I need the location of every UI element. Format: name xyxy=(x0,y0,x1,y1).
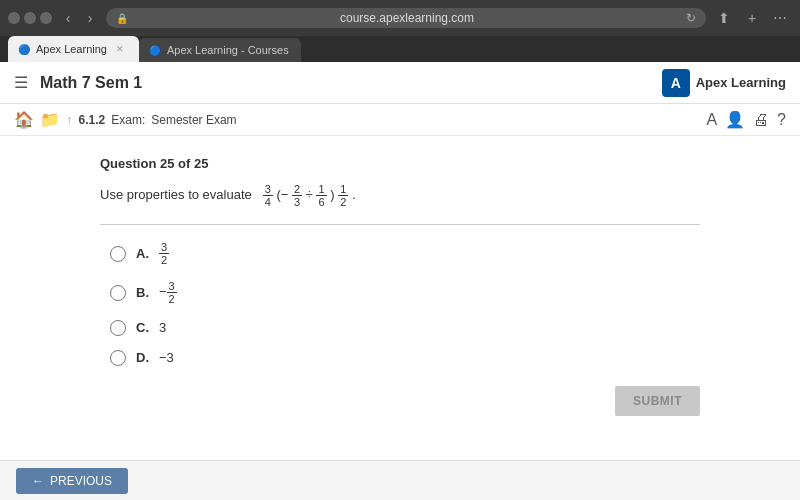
page-title: Math 7 Sem 1 xyxy=(40,74,662,92)
submit-button[interactable]: SUBMIT xyxy=(615,386,700,416)
print-button[interactable]: 🖨 xyxy=(753,110,769,129)
breadcrumb-nav-icons: 🏠 📁 xyxy=(14,110,60,129)
lock-icon: 🔒 xyxy=(116,13,128,24)
tab2-label: Apex Learning - Courses xyxy=(167,44,289,56)
browser-nav: ‹ › xyxy=(58,8,100,28)
reload-icon[interactable]: ↻ xyxy=(686,11,696,25)
browser-toolbar: ‹ › 🔒 course.apexlearning.com ↻ ⬆ + ⋯ xyxy=(0,0,800,36)
forward-button[interactable]: › xyxy=(80,8,100,28)
question-divider xyxy=(100,224,700,225)
minimize-btn[interactable] xyxy=(8,12,20,24)
back-button[interactable]: ‹ xyxy=(58,8,78,28)
option-c-label: C. xyxy=(136,320,149,335)
apex-logo-text: Apex Learning xyxy=(696,75,786,90)
option-c-value: 3 xyxy=(159,320,166,335)
breadcrumb-arrow-icon: ↑ xyxy=(66,112,73,127)
tab-apex-learning[interactable]: 🔵 Apex Learning ✕ xyxy=(8,36,139,62)
tab1-favicon: 🔵 xyxy=(18,44,30,55)
share-button[interactable]: ⬆ xyxy=(712,6,736,30)
apex-learning-logo: A Apex Learning xyxy=(662,69,786,97)
option-d-label: D. xyxy=(136,350,149,365)
question-instruction: Use properties to evaluate xyxy=(100,187,252,202)
option-a[interactable]: A. 3 2 xyxy=(110,241,700,266)
accessibility-button[interactable]: 👤 xyxy=(725,110,745,129)
new-tab-button[interactable]: + xyxy=(740,6,764,30)
page-topbar: ☰ Math 7 Sem 1 A Apex Learning xyxy=(0,62,800,104)
help-button[interactable]: ? xyxy=(777,110,786,129)
home-icon[interactable]: 🏠 xyxy=(14,110,34,129)
tab1-close[interactable]: ✕ xyxy=(113,42,127,56)
translate-button[interactable]: A xyxy=(706,110,717,129)
prev-arrow-icon: ← xyxy=(32,474,44,488)
options-list: A. 3 2 B. − 3 2 C. 3 xyxy=(110,241,700,365)
submit-area: SUBMIT xyxy=(100,386,700,416)
breadcrumb-exam-title: Semester Exam xyxy=(151,113,236,127)
tab2-favicon: 🔵 xyxy=(149,45,161,56)
browser-chrome: ‹ › 🔒 course.apexlearning.com ↻ ⬆ + ⋯ 🔵 … xyxy=(0,0,800,62)
browser-action-buttons: ⬆ + ⋯ xyxy=(712,6,792,30)
option-d-radio[interactable] xyxy=(110,350,126,366)
option-b-value: − 3 2 xyxy=(159,280,177,305)
math-expression: 3 4 (− 2 3 ÷ 1 6 ) 1 2 xyxy=(263,187,352,202)
tab1-label: Apex Learning xyxy=(36,43,107,55)
option-b[interactable]: B. − 3 2 xyxy=(110,280,700,305)
hamburger-menu-icon[interactable]: ☰ xyxy=(14,73,28,92)
browser-window-controls xyxy=(8,12,52,24)
tab-apex-courses[interactable]: 🔵 Apex Learning - Courses xyxy=(139,38,301,62)
option-b-radio[interactable] xyxy=(110,285,126,301)
previous-button[interactable]: ← PREVIOUS xyxy=(16,468,128,494)
prev-button-label: PREVIOUS xyxy=(50,474,112,488)
more-options-button[interactable]: ⋯ xyxy=(768,6,792,30)
main-content: Question 25 of 25 Use properties to eval… xyxy=(0,136,800,436)
question-header: Question 25 of 25 xyxy=(100,156,700,171)
tabs-bar: 🔵 Apex Learning ✕ 🔵 Apex Learning - Cour… xyxy=(0,36,800,62)
option-a-radio[interactable] xyxy=(110,246,126,262)
address-text: course.apexlearning.com xyxy=(134,11,680,25)
close-btn[interactable] xyxy=(40,12,52,24)
apex-logo-icon: A xyxy=(662,69,690,97)
breadcrumb-label: Exam: xyxy=(111,113,145,127)
question-text: Use properties to evaluate 3 4 (− 2 3 ÷ … xyxy=(100,183,700,208)
option-b-label: B. xyxy=(136,285,149,300)
option-d-value: −3 xyxy=(159,350,174,365)
breadcrumb-section: 6.1.2 xyxy=(79,113,106,127)
option-a-label: A. xyxy=(136,246,149,261)
maximize-btn[interactable] xyxy=(24,12,36,24)
breadcrumb: 🏠 📁 ↑ 6.1.2 Exam: Semester Exam xyxy=(14,110,237,129)
option-d[interactable]: D. −3 xyxy=(110,350,700,366)
address-bar[interactable]: 🔒 course.apexlearning.com ↻ xyxy=(106,8,706,28)
breadcrumb-bar: 🏠 📁 ↑ 6.1.2 Exam: Semester Exam A 👤 🖨 ? xyxy=(0,104,800,136)
option-a-value: 3 2 xyxy=(159,241,169,266)
folder-icon[interactable]: 📁 xyxy=(40,110,60,129)
breadcrumb-actions: A 👤 🖨 ? xyxy=(706,110,786,129)
option-c-radio[interactable] xyxy=(110,320,126,336)
bottom-bar: ← PREVIOUS xyxy=(0,460,800,500)
option-c[interactable]: C. 3 xyxy=(110,320,700,336)
